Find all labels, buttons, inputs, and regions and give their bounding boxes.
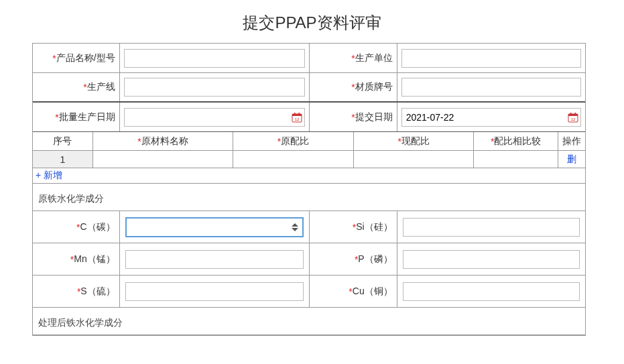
p-cell (397, 243, 585, 275)
cell-cmp[interactable] (474, 151, 558, 168)
table-row: 1 删 (33, 151, 585, 168)
batch-date-cell: 12 (120, 103, 310, 131)
materials-header: 序号 *原材料名称 *原配比 *现配比 *配比相比较 操作 (33, 132, 585, 151)
cu-cell (397, 276, 585, 307)
p-label: *P（磷） (310, 243, 397, 275)
production-line-input[interactable] (124, 78, 305, 97)
col-op: 操作 (558, 132, 585, 150)
mn-label: *Mn（锰） (33, 243, 120, 275)
si-label: *Si（硅） (310, 211, 397, 243)
c-label: *C（碳） (33, 211, 120, 243)
product-name-cell (120, 44, 310, 72)
cell-seq: 1 (33, 151, 93, 168)
section-chem-after: 处理后铁水化学成分 (33, 308, 585, 335)
form-container: *产品名称/型号 *生产单位 *生产线 *材质牌号 (32, 43, 586, 336)
si-cell (397, 211, 585, 243)
add-link[interactable]: + 新增 (36, 170, 62, 180)
section-chem-before: 原铁水化学成分 (33, 184, 585, 211)
delete-link[interactable]: 删 (567, 154, 576, 166)
mn-input[interactable] (125, 250, 304, 269)
submit-date-label: *提交日期 (310, 103, 397, 131)
c-cell (120, 211, 310, 243)
production-line-cell (120, 73, 310, 101)
product-name-label: *产品名称/型号 (33, 44, 120, 72)
submit-date-wrap: 12 (401, 108, 581, 127)
production-line-label: *生产线 (33, 73, 120, 101)
production-unit-input[interactable] (401, 49, 581, 68)
p-input[interactable] (403, 250, 580, 269)
col-cmp: *配比相比较 (474, 132, 558, 150)
page-root: 提交PPAP资料评审 *产品名称/型号 *生产单位 *生产线 (0, 0, 624, 364)
cu-input[interactable] (403, 282, 580, 301)
col-now: *现配比 (354, 132, 475, 150)
cell-name[interactable] (93, 151, 233, 168)
material-grade-label: *材质牌号 (310, 73, 397, 101)
s-label: *S（硫） (33, 276, 120, 307)
c-spinner-wrap (125, 217, 304, 237)
submit-date-input[interactable] (401, 108, 581, 127)
s-cell (120, 276, 310, 307)
product-name-input[interactable] (124, 49, 305, 68)
cell-op: 删 (558, 151, 585, 168)
col-name: *原材料名称 (93, 132, 233, 150)
production-unit-label: *生产单位 (310, 44, 397, 72)
material-grade-input[interactable] (401, 78, 581, 97)
submit-date-cell: 12 (397, 103, 585, 131)
si-input[interactable] (403, 218, 580, 237)
add-row: + 新增 (33, 168, 585, 184)
cu-label: *Cu（铜） (310, 276, 397, 307)
material-grade-cell (397, 73, 585, 101)
col-seq: 序号 (33, 132, 93, 150)
page-title: 提交PPAP资料评审 (0, 0, 624, 43)
batch-date-input[interactable] (124, 108, 305, 127)
row-s-cu: *S（硫） *Cu（铜） (33, 276, 585, 308)
row-dates: *批量生产日期 12 *提交日期 12 (33, 103, 585, 132)
row-mn-p: *Mn（锰） *P（磷） (33, 243, 585, 276)
batch-date-label: *批量生产日期 (33, 103, 120, 131)
row-line: *生产线 *材质牌号 (33, 73, 585, 103)
row-product: *产品名称/型号 *生产单位 (33, 44, 585, 73)
s-input[interactable] (125, 282, 304, 301)
batch-date-wrap: 12 (124, 108, 305, 127)
c-input[interactable] (125, 217, 304, 237)
production-unit-cell (397, 44, 585, 72)
cell-orig[interactable] (233, 151, 354, 168)
mn-cell (120, 243, 310, 275)
row-c-si: *C（碳） *Si（硅） (33, 211, 585, 243)
col-orig: *原配比 (233, 132, 354, 150)
cell-now[interactable] (354, 151, 475, 168)
